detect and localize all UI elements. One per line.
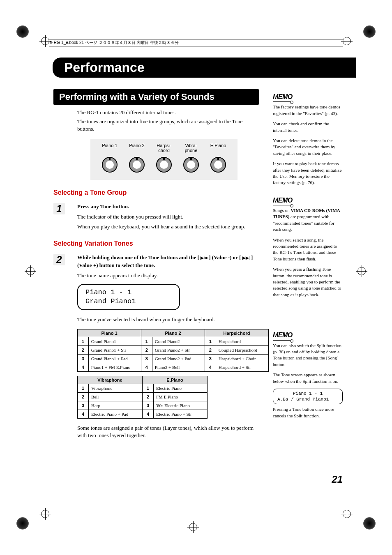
memo-block-3: MEMO You can also switch the Split funct… (273, 331, 343, 419)
td-name: Electric Piano (154, 384, 208, 393)
section-title: Performing with a Variety of Sounds (53, 89, 259, 105)
corner-mark (16, 25, 29, 38)
tone-label: Harpsi-chord (152, 143, 176, 153)
knob-icon (156, 157, 172, 173)
td-num: 1 (205, 337, 216, 346)
corner-mark (363, 517, 376, 530)
memo-icon: MEMO (273, 196, 293, 205)
intro-text-1: The RG-1 contains 20 different internal … (77, 109, 258, 116)
subheading-select-variation: Selecting Variation Tones (53, 240, 269, 247)
td-num: 4 (141, 363, 152, 372)
td-num: 3 (78, 401, 89, 410)
memo-text: When you press a flashing Tone button, t… (273, 266, 343, 298)
tone-label: E.Piano (206, 143, 230, 153)
intro-text-2: The tones are organized into five tone g… (77, 118, 258, 133)
td-name: Grand Piano2 + Pad (152, 355, 205, 363)
registration-mark (41, 510, 49, 518)
step-number: 2 (53, 254, 65, 265)
td-name: Harpsichord + Choir (216, 355, 268, 363)
post-lcd-text: The tone you've selected is heard when y… (77, 316, 258, 323)
memo-text: Songs on VIMA CD-ROMs (VIMA TUNES) are p… (273, 207, 343, 233)
registration-mark (343, 510, 351, 518)
lcd-display: Piano 1 - 1 Grand Piano1 (77, 284, 180, 310)
td-num: 1 (143, 384, 154, 393)
td-name: Electric Piano + Pad (89, 410, 143, 419)
footnote-text: Some tones are assigned a pair of tones … (77, 424, 258, 439)
td-num: 2 (141, 346, 152, 355)
td-num: 2 (143, 393, 154, 401)
td-num: 2 (78, 393, 89, 401)
td-num: 3 (143, 401, 154, 410)
text: While holding down one of the Tone butto… (77, 254, 201, 260)
td-num: 3 (205, 355, 216, 363)
memo-text: You can delete tone demos in the "Favori… (273, 138, 343, 157)
memo-text: You can also switch the Split function (… (273, 343, 343, 368)
step-2: 2 While holding down one of the Tone but… (53, 254, 269, 280)
td-name: Bell (89, 393, 143, 401)
td-name: Harpsichord (216, 337, 268, 346)
tone-table-epiano: E.Piano 1Electric Piano 2FM E.Piano 3'60… (142, 376, 208, 419)
td-num: 4 (78, 410, 89, 419)
td-name: Grand Piano1 + Pad (88, 355, 141, 363)
step-2-instruction: While holding down one of the Tone butto… (77, 254, 269, 269)
td-num: 2 (205, 346, 216, 355)
td-num: 3 (78, 355, 89, 363)
tone-label: Piano 1 (98, 143, 122, 153)
lcd-line1: Piano 1 - 1 (85, 288, 172, 297)
sidebar: MEMO The factory settings have tone demo… (273, 92, 343, 423)
step-1-text: The indicator of the button you pressed … (77, 213, 269, 221)
knob-icon (183, 157, 199, 173)
header-meta-text: RG-1_e.book 21 ページ ２００８年４月８日 火曜日 午後２時３６分 (54, 40, 179, 45)
td-name: Piano2 + Bell (152, 363, 205, 372)
header-meta: ⊕ RG-1_e.book 21 ページ ２００８年４月８日 火曜日 午後２時３… (49, 39, 343, 47)
registration-mark (26, 267, 35, 275)
td-name: Piano1 + FM E.Piano (88, 363, 141, 372)
tone-table-group-1: Piano 1 1Grand Piano1 2Grand Piano1 + St… (77, 329, 269, 419)
corner-mark (363, 25, 376, 38)
text: ] (Value -) or [ (208, 254, 242, 260)
th: Harpsichord (205, 329, 269, 337)
td-num: 1 (141, 337, 152, 346)
step-1: 1 Press any Tone button. The indicator o… (53, 203, 269, 231)
td-num: 4 (205, 363, 216, 372)
th: E.Piano (143, 376, 208, 384)
td-num: 1 (78, 384, 89, 393)
tone-button-diagram: Piano 1 Piano 2 Harpsi-chord Vibra-phone… (90, 139, 238, 180)
page: ⊕ RG-1_e.book 21 ページ ２００８年４月８日 火曜日 午後２時３… (0, 0, 392, 555)
registration-mark (41, 37, 49, 45)
knob-icon (102, 157, 118, 173)
td-num: 4 (143, 410, 154, 419)
tone-table-piano2: Piano 2 1Grand Piano2 2Grand Piano2 + St… (141, 329, 205, 372)
lcd-line1: Piano 1 - 1 (277, 391, 338, 396)
td-name: Vibraphone (89, 384, 143, 393)
main-content: Performance Performing with a Variety of… (53, 58, 269, 440)
knob-icon (210, 157, 226, 173)
td-num: 2 (78, 346, 89, 355)
lcd-display-small: Piano 1 - 1 A.Bs / Grand Piano1 (273, 389, 343, 405)
knob-icon (129, 157, 145, 173)
lcd-line2: A.Bs / Grand Piano1 (277, 396, 338, 402)
subheading-select-tone-group: Selecting a Tone Group (53, 189, 269, 196)
td-name: Grand Piano2 + Str (152, 346, 205, 355)
memo-icon: MEMO (273, 331, 293, 340)
step-1-instruction: Press any Tone button. (77, 203, 269, 211)
th: Vibraphone (78, 376, 143, 384)
step-number: 1 (53, 203, 65, 214)
td-num: 1 (78, 337, 89, 346)
tone-table-harpsichord: Harpsichord 1Harpsichord 2Coupled Harpsi… (205, 329, 269, 372)
play-stop-icon: ▶/■ (201, 255, 208, 261)
memo-block-1: MEMO The factory settings have tone demo… (273, 92, 343, 186)
memo-text: The factory settings have tone demos reg… (273, 104, 343, 117)
text: Songs on (273, 208, 291, 213)
tone-knobs (96, 157, 232, 173)
step-2-text: The tone name appears in the display. (77, 272, 269, 280)
memo-block-2: MEMO Songs on VIMA CD-ROMs (VIMA TUNES) … (273, 196, 343, 298)
th: Piano 1 (78, 329, 141, 337)
lcd-line2: Grand Piano1 (85, 297, 172, 306)
memo-text: When you select a song, the recommended … (273, 237, 343, 263)
td-name: Grand Piano1 + Str (88, 346, 141, 355)
memo-text: If you want to play back tone demos afte… (273, 161, 343, 186)
tone-label: Piano 2 (125, 143, 149, 153)
memo-text: Pressing a Tone button once more cancels… (273, 406, 343, 419)
th: Piano 2 (141, 329, 205, 337)
